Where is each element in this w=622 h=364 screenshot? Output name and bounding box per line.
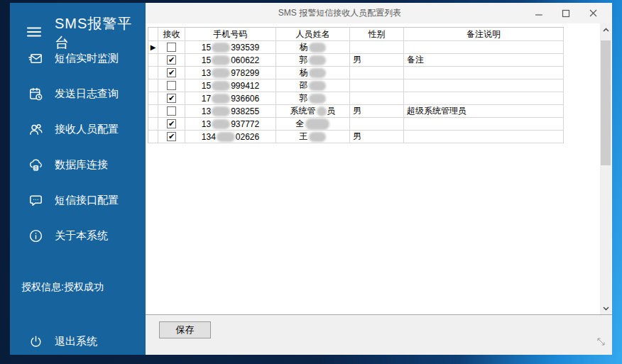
sidebar-item-about[interactable]: 关于本系统	[27, 226, 108, 246]
vertical-scrollbar[interactable]	[600, 23, 611, 314]
resize-grip-icon[interactable]	[595, 336, 607, 351]
name-visible: 郭	[300, 92, 308, 104]
redaction-blur	[212, 94, 230, 104]
receive-checkbox[interactable]: ✔	[167, 132, 176, 141]
redaction-blur	[217, 132, 235, 142]
scrollbar-thumb[interactable]	[601, 40, 611, 165]
name-visible: 杨	[300, 67, 308, 79]
remark-cell: 备注	[404, 54, 564, 66]
table-row[interactable]: ✔ 15060622 郭 男 备注	[148, 54, 564, 67]
name-cell: 系统管员	[276, 105, 350, 117]
license-status: 授权信息:授权成功	[21, 281, 104, 294]
sidebar-item-sms-monitor[interactable]: 短信实时监测	[27, 48, 119, 68]
redaction-blur	[212, 119, 230, 129]
table-row[interactable]: ▶ 15393539 杨	[148, 41, 564, 54]
table-row[interactable]: 13938255 系统管员 男 超级系统管理员	[148, 105, 564, 118]
phone-cell: 13937772	[185, 118, 276, 130]
row-selector	[148, 105, 158, 117]
gender-cell: 男	[350, 105, 404, 117]
table-row[interactable]: ✔ 17936606 郭	[148, 92, 564, 105]
sidebar-item-label: 接收人员配置	[55, 123, 119, 136]
sidebar-item-database[interactable]: 数据库连接	[27, 155, 108, 175]
phone-visible: 15	[202, 81, 211, 91]
save-button[interactable]: 保存	[159, 321, 211, 338]
window-titlebar[interactable]: SMS 报警短信接收人员配置列表	[146, 3, 612, 23]
column-header-name[interactable]: 人员姓名	[276, 28, 350, 40]
sidebar-item-exit[interactable]: 退出系统	[27, 331, 97, 351]
column-header-remark[interactable]: 备注说明	[404, 28, 564, 40]
gender-cell	[350, 67, 404, 79]
cloud-database-icon	[27, 156, 44, 173]
phone-cell: 17936606	[185, 92, 276, 104]
table-row[interactable]: 15999412 邵	[148, 79, 564, 92]
redaction-blur	[212, 81, 230, 91]
footer-panel: 保存	[146, 314, 612, 355]
close-button[interactable]	[579, 3, 606, 23]
close-icon	[590, 10, 596, 16]
app-window: SMS报警平台 短信实时监测 发送日志查询 接收人员配置	[10, 3, 612, 355]
phone-visible: 13	[202, 119, 211, 129]
name-visible: 邵	[300, 79, 308, 92]
redaction-blur	[309, 43, 326, 53]
phone-visible: 978299	[231, 68, 259, 78]
scroll-down-button[interactable]	[600, 302, 611, 314]
receive-checkbox[interactable]	[167, 43, 176, 52]
app-title: SMS报警平台	[55, 14, 146, 53]
receive-checkbox[interactable]	[167, 106, 176, 116]
phone-visible: 13	[202, 106, 211, 116]
row-selector	[148, 118, 158, 130]
receive-checkbox[interactable]: ✔	[167, 55, 176, 65]
gender-cell	[350, 92, 404, 104]
phone-cell: 13938255	[185, 105, 276, 117]
receive-checkbox[interactable]: ✔	[167, 119, 176, 128]
phone-cell: 15060622	[185, 54, 276, 66]
redaction-blur	[309, 68, 326, 78]
row-selector	[148, 79, 158, 92]
chevron-up-icon	[603, 28, 609, 32]
table-row[interactable]: ✔ 13937772 全	[148, 118, 564, 131]
redaction-blur	[212, 55, 230, 65]
row-selector-header	[148, 28, 158, 40]
column-header-phone[interactable]: 手机号码	[185, 28, 276, 40]
sidebar-item-sms-api-config[interactable]: 短信接口配置	[27, 190, 119, 210]
minimize-button[interactable]	[525, 3, 552, 23]
sidebar-item-label: 短信接口配置	[55, 194, 119, 207]
table-row[interactable]: ✔ 13978299 杨	[148, 67, 564, 79]
users-icon	[27, 121, 44, 138]
remark-cell	[404, 92, 564, 104]
name-visible: 员	[327, 105, 336, 117]
grid-content-area: 接收 手机号码 人员姓名 性别 备注说明 ▶ 15393539 杨	[146, 23, 612, 314]
receive-checkbox[interactable]: ✔	[167, 68, 176, 77]
maximize-button[interactable]	[552, 3, 579, 23]
gender-cell	[350, 118, 404, 130]
scroll-up-button[interactable]	[600, 23, 611, 35]
sidebar-item-label: 发送日志查询	[55, 87, 119, 101]
phone-visible: 936606	[231, 94, 259, 104]
name-visible: 郭	[300, 54, 308, 66]
window-title: SMS 报警短信接收人员配置列表	[146, 7, 534, 19]
receive-checkbox[interactable]: ✔	[167, 94, 176, 103]
phone-visible: 060622	[231, 55, 259, 65]
column-header-gender[interactable]: 性别	[350, 28, 404, 40]
name-cell: 全	[276, 118, 350, 130]
receive-checkbox[interactable]	[167, 81, 176, 90]
name-visible: 王	[300, 131, 308, 143]
phone-cell: 15393539	[185, 41, 276, 53]
sidebar-item-label: 关于本系统	[55, 229, 108, 243]
power-icon	[27, 333, 44, 350]
sidebar-item-recipient-config[interactable]: 接收人员配置	[27, 119, 119, 139]
redaction-blur	[212, 106, 230, 116]
redaction-blur	[309, 132, 326, 142]
row-selector	[148, 92, 158, 104]
sidebar-item-send-log[interactable]: 发送日志查询	[27, 84, 119, 104]
send-log-icon	[27, 85, 44, 102]
phone-visible: 15	[202, 55, 211, 65]
column-header-receive[interactable]: 接收	[158, 28, 185, 40]
remark-cell	[404, 79, 564, 92]
sidebar-item-label: 短信实时监测	[55, 52, 119, 65]
table-row[interactable]: ✔ 13402626 王 男	[148, 131, 564, 143]
hamburger-menu-icon[interactable]	[26, 23, 43, 43]
name-cell: 杨	[276, 67, 350, 79]
gender-cell	[350, 41, 404, 53]
mail-icon	[27, 50, 44, 67]
